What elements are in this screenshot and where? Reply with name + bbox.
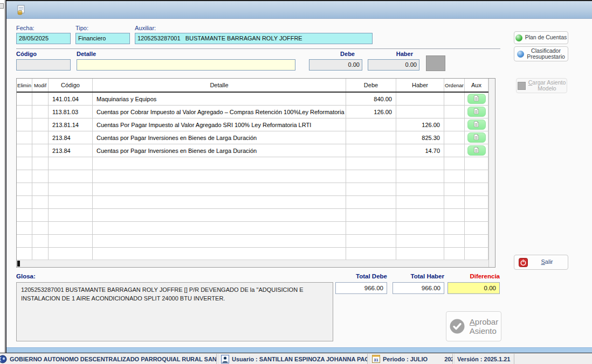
document-coins-icon[interactable] (16, 5, 26, 16)
plan-de-cuentas-button[interactable]: Plan de Cuentas (514, 31, 568, 44)
total-haber-field[interactable]: 966.00 (393, 282, 444, 294)
codigo-label: Código (16, 51, 37, 57)
haber-input[interactable]: 0.00 (368, 59, 419, 71)
cell-debe (346, 235, 396, 247)
table-row[interactable]: 213.84Cuentas por Pagar Inversiones en B… (17, 131, 488, 144)
add-line-button[interactable] (426, 55, 445, 71)
total-debe-field[interactable]: 966.00 (335, 282, 387, 294)
aux-button[interactable] (467, 145, 486, 156)
cell-aux (465, 106, 488, 118)
cell-codigo (49, 222, 93, 234)
column-header-codigo[interactable]: Código (49, 79, 93, 92)
cell-elimin (17, 170, 32, 183)
cell-ordenar (444, 93, 465, 105)
empty-table-row[interactable] (17, 209, 488, 222)
cell-elimin (17, 235, 32, 247)
horizontal-scrollbar[interactable] (17, 260, 488, 267)
status-periodo-text: Periodo : JULIO (383, 356, 428, 362)
cell-elimin (17, 196, 32, 208)
column-header-aux[interactable]: Aux (465, 79, 488, 92)
empty-table-row[interactable] (17, 183, 488, 196)
cell-modif (32, 222, 49, 234)
app-window: Fecha: Tipo: Auxiliar: 28/05/2025 Financ… (0, 0, 592, 364)
vertical-scrollbar[interactable] (488, 79, 495, 267)
column-header-detalle[interactable]: Detalle (93, 79, 346, 92)
codigo-input[interactable] (16, 59, 71, 71)
cell-codigo: 213.81.14 (49, 118, 93, 131)
cell-debe (346, 248, 396, 260)
cell-debe (346, 157, 396, 170)
clasificador-label: Clasificador Presupuestario (527, 48, 565, 60)
horizontal-scrollbar-thumb[interactable] (17, 261, 20, 267)
green-sphere-icon (515, 34, 522, 41)
cell-debe (346, 170, 396, 183)
total-debe-label: Total Debe (335, 273, 387, 279)
cell-elimin (17, 183, 32, 195)
cell-haber (396, 170, 444, 183)
empty-table-row[interactable] (17, 170, 488, 183)
cell-ordenar (444, 235, 465, 247)
table-row[interactable]: 113.81.03Cuentas por Cobrar Impuesto al … (17, 106, 488, 118)
status-usuario: Usuario : SANTILLAN ESPINOZA JOHANNA PAO… (218, 354, 368, 364)
cargar-asiento-modelo-label: Cargar Asiento Modelo (528, 80, 566, 92)
calendar-icon: 31 (372, 355, 380, 363)
cargar-asiento-modelo-button[interactable]: Cargar Asiento Modelo (516, 78, 567, 93)
cell-elimin (17, 106, 32, 118)
clasificador-presupuestario-button[interactable]: Clasificador Presupuestario (514, 46, 568, 61)
cell-modif (32, 235, 49, 247)
column-header-debe[interactable]: Debe (346, 79, 396, 92)
aux-button[interactable] (467, 107, 486, 117)
cell-detalle (93, 170, 346, 183)
cell-haber (396, 106, 444, 118)
column-header-elimin[interactable]: Elimin (17, 79, 32, 92)
salir-button[interactable]: Salir (514, 255, 568, 270)
background-window-fragment (0, 3, 4, 9)
status-periodo-year: 2025 (444, 356, 453, 362)
cell-detalle (93, 235, 346, 247)
cell-elimin (17, 222, 32, 234)
diferencia-field[interactable]: 0.00 (448, 282, 500, 294)
empty-table-row[interactable] (17, 222, 488, 235)
aux-button[interactable] (467, 120, 486, 130)
column-header-haber[interactable]: Haber (396, 79, 444, 92)
status-entity-text: GOBIERNO AUTONOMO DESCENTRALIZADO PARROQ… (10, 356, 217, 362)
detalle-input[interactable] (77, 59, 295, 71)
cell-ordenar (444, 157, 465, 170)
status-usuario-text: Usuario : SANTILLAN ESPINOZA JOHANNA PAO… (232, 356, 368, 362)
cell-detalle: Maquinarias y Equipos (93, 93, 346, 105)
aprobar-asiento-button[interactable]: Aprobar Asiento (446, 311, 501, 341)
table-row[interactable]: 141.01.04Maquinarias y Equipos840.00 (17, 93, 488, 106)
cell-haber (396, 93, 444, 105)
aux-button[interactable] (467, 132, 486, 143)
empty-table-row[interactable] (17, 248, 488, 261)
power-icon (519, 258, 528, 267)
entries-table: EliminModifCódigoDetalleDebeHaberOrdenar… (16, 78, 495, 268)
user-icon (221, 355, 229, 363)
empty-table-row[interactable] (17, 157, 488, 170)
empty-table-row[interactable] (17, 196, 488, 209)
column-header-modif[interactable]: Modif (32, 79, 49, 92)
cell-detalle (93, 222, 346, 234)
gray-box-icon (518, 82, 526, 90)
debe-input[interactable]: 0.00 (309, 59, 362, 71)
aux-button[interactable] (467, 94, 486, 104)
column-header-ordenar[interactable]: Ordenar (444, 79, 465, 92)
cell-aux (465, 235, 488, 247)
cell-ordenar (444, 106, 465, 118)
cell-aux (465, 144, 488, 157)
cell-modif (32, 118, 49, 131)
cell-debe (346, 222, 396, 234)
status-version: Versión : 2025.1.21 (454, 354, 514, 364)
fecha-input[interactable]: 28/05/2025 (16, 33, 71, 44)
tipo-input[interactable]: Financiero (75, 33, 130, 44)
glosa-textarea[interactable]: 1205253287001 BUSTAMANTE BARRAGAN ROLY J… (16, 282, 333, 341)
table-row[interactable]: 213.84Cuentas por Pagar Inversiones en B… (17, 144, 488, 157)
cell-debe (346, 196, 396, 208)
salir-label: Salir (531, 259, 563, 265)
table-row[interactable]: 213.81.14Cuentas Por Pagar Impuesto al V… (17, 118, 488, 131)
empty-table-row[interactable] (17, 235, 488, 248)
cell-detalle (93, 209, 346, 221)
plan-de-cuentas-label: Plan de Cuentas (525, 34, 567, 41)
cell-haber (396, 209, 444, 221)
auxiliar-input[interactable]: 1205253287001 BUSTAMANTE BARRAGAN ROLY J… (135, 33, 373, 44)
